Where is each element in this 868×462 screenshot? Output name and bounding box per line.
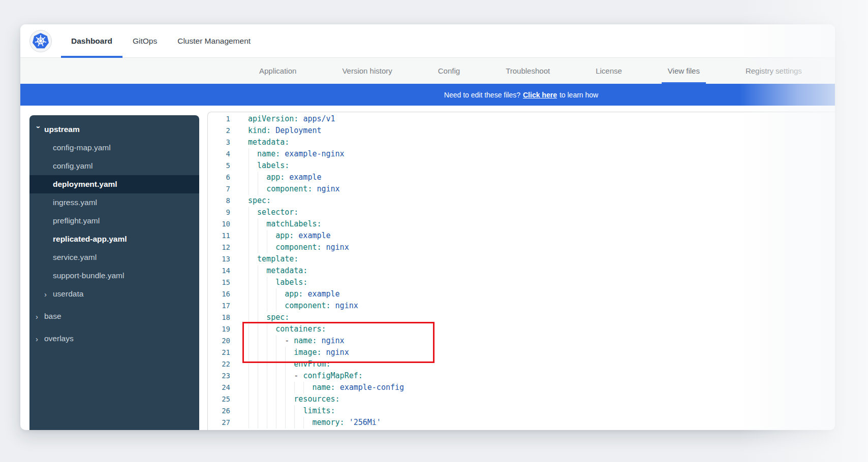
- indent-guide: [258, 242, 258, 253]
- tab-cluster-management[interactable]: Cluster Management: [167, 24, 261, 58]
- code-line: 17 component: nginx: [208, 300, 835, 312]
- code-text: app: example: [248, 172, 322, 183]
- chevron-right-icon: ›: [36, 335, 44, 343]
- yaml-key: kind:: [248, 126, 271, 135]
- line-number: 11: [208, 230, 230, 242]
- indent-guide: [294, 382, 295, 393]
- yaml-key: apiVersion:: [248, 114, 298, 123]
- yaml-key: template:: [257, 254, 298, 263]
- yaml-key: spec:: [266, 313, 289, 322]
- code-text: component: nginx: [248, 183, 340, 195]
- tab-application[interactable]: Application: [253, 58, 302, 84]
- yaml-value: nginx: [335, 301, 358, 310]
- code-text: labels:: [248, 160, 289, 172]
- section-tabs: ApplicationVersion historyConfigTroubles…: [253, 58, 835, 84]
- yaml-key: labels:: [275, 278, 307, 287]
- yaml-file-viewer: 1apiVersion: apps/v12kind: Deployment3me…: [207, 112, 835, 430]
- tree-file-deployment-yaml[interactable]: deployment.yaml: [29, 175, 199, 193]
- indent-guide: [276, 393, 276, 405]
- yaml-key: resources:: [294, 394, 339, 404]
- code-text: - configMapRef:: [248, 370, 363, 382]
- tree-folder-upstream[interactable]: ›upstream: [29, 120, 199, 139]
- indent-guide: [249, 417, 249, 428]
- tab-troubleshoot[interactable]: Troubleshoot: [500, 58, 556, 84]
- line-number: 24: [208, 382, 230, 393]
- indent-guide: [276, 300, 276, 312]
- line-number: 27: [208, 417, 230, 428]
- banner-text-suffix: to learn how: [560, 91, 598, 99]
- tree-folder-overlays[interactable]: ›overlays: [29, 329, 199, 348]
- indent-guide: [267, 393, 267, 405]
- tree-item-label: config.yaml: [53, 161, 92, 171]
- tree-file-preflight-yaml[interactable]: preflight.yaml: [29, 212, 199, 230]
- indent-guide: [267, 288, 267, 300]
- indent-guide: [249, 148, 249, 160]
- tab-version-history[interactable]: Version history: [336, 58, 398, 84]
- line-number: 8: [208, 195, 230, 207]
- code-text: limits:: [248, 405, 335, 417]
- line-number: 6: [208, 172, 230, 183]
- code-text: memory: '256Mi': [248, 417, 381, 428]
- kubernetes-helm-wheel-icon: [32, 32, 49, 50]
- tree-file-ingress-yaml[interactable]: ingress.yaml: [29, 193, 199, 212]
- highlight-box: [242, 322, 435, 363]
- indent-guide: [267, 370, 267, 382]
- tree-file-config-map-yaml[interactable]: config-map.yaml: [29, 139, 199, 157]
- chevron-down-icon: ›: [35, 126, 43, 135]
- line-number: 5: [208, 160, 230, 172]
- app-section-navigation: ApplicationVersion historyConfigTroubles…: [20, 58, 835, 84]
- code-line: 7 component: nginx: [208, 183, 835, 195]
- indent-guide: [258, 265, 258, 277]
- yaml-key: selector:: [257, 208, 298, 217]
- indent-guide: [267, 277, 267, 288]
- code-text: app: example: [248, 230, 331, 242]
- tree-folder-base[interactable]: ›base: [29, 307, 199, 325]
- tab-license[interactable]: License: [590, 58, 628, 84]
- yaml-value: example: [307, 289, 339, 299]
- line-number: 14: [208, 265, 230, 277]
- code-text: spec:: [248, 195, 271, 207]
- tab-view-files[interactable]: View files: [662, 58, 706, 84]
- tree-file-support-bundle-yaml[interactable]: support-bundle.yaml: [29, 267, 199, 285]
- code-text: name: example-config: [248, 382, 404, 393]
- tree-folder-userdata[interactable]: ›userdata: [29, 285, 199, 303]
- tree-item-label: userdata: [53, 289, 83, 299]
- tab-dashboard[interactable]: Dashboard: [61, 24, 122, 58]
- indent-guide: [249, 277, 249, 288]
- kubernetes-logo-icon: [29, 30, 52, 52]
- indent-guide: [258, 393, 258, 405]
- yaml-key: spec:: [248, 196, 271, 205]
- tree-item-label: ingress.yaml: [53, 198, 97, 207]
- indent-guide: [267, 382, 267, 393]
- code-line: 15 labels:: [208, 277, 835, 288]
- tab-config[interactable]: Config: [432, 58, 466, 84]
- yaml-value: example: [298, 231, 330, 240]
- line-number: 9: [208, 207, 230, 218]
- indent-guide: [249, 160, 249, 172]
- yaml-key: metadata:: [248, 138, 289, 147]
- code-text: metadata:: [248, 137, 289, 148]
- indent-guide: [294, 405, 295, 417]
- indent-guide: [258, 172, 258, 183]
- line-number: 22: [208, 358, 230, 370]
- line-number: 13: [208, 253, 230, 265]
- banner-click-here-link[interactable]: Click here: [523, 91, 557, 99]
- indent-guide: [249, 242, 249, 253]
- code-line: 26 limits:: [208, 405, 835, 417]
- tree-file-service-yaml[interactable]: service.yaml: [29, 248, 199, 267]
- yaml-value: '256Mi': [349, 418, 381, 427]
- indent-guide: [249, 382, 249, 393]
- page: DashboardGitOpsCluster Management Applic…: [0, 0, 868, 462]
- indent-guide: [249, 253, 249, 265]
- yaml-key: configMapRef:: [303, 371, 362, 380]
- indent-guide: [276, 417, 276, 428]
- tree-file-config-yaml[interactable]: config.yaml: [29, 157, 199, 175]
- indent-guide: [249, 300, 249, 312]
- yaml-key: matchLabels:: [266, 219, 321, 228]
- tree-file-replicated-app-yaml[interactable]: replicated-app.yaml: [29, 230, 199, 248]
- line-number: 3: [208, 137, 230, 148]
- tab-gitops[interactable]: GitOps: [122, 24, 167, 58]
- indent-guide: [285, 405, 286, 417]
- tab-registry-settings[interactable]: Registry settings: [739, 58, 808, 84]
- code-text: matchLabels:: [248, 218, 322, 230]
